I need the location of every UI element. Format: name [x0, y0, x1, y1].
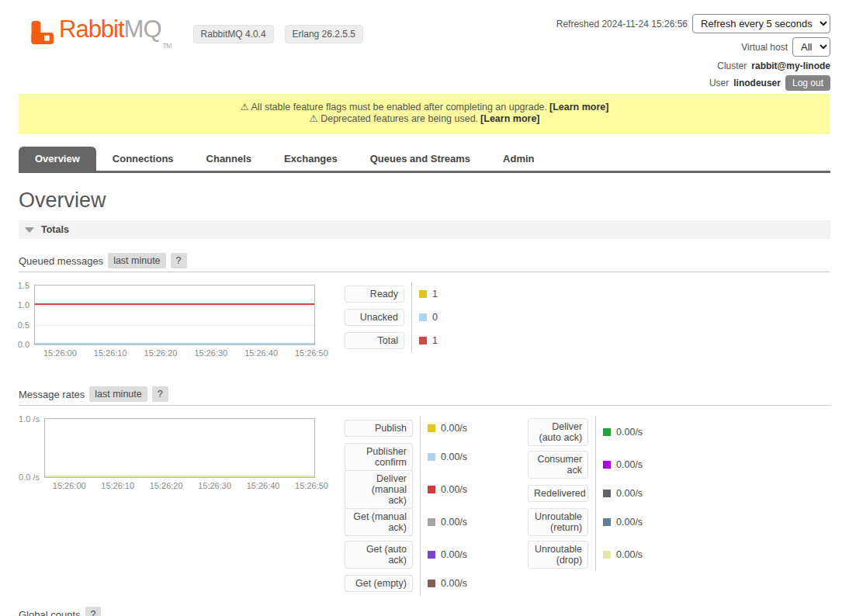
legend-label-get-empty: Get (empty) — [345, 575, 413, 592]
refreshed-timestamp: Refreshed 2024-11-24 15:26:56 — [556, 19, 688, 29]
x-axis-tick-label: 15:26:20 — [144, 348, 178, 358]
rabbitmq-version-badge: RabbitMQ 4.0.4 — [193, 25, 274, 43]
global-counts-header: Global counts ? — [19, 607, 830, 616]
totals-section-toggle[interactable]: Totals — [19, 220, 830, 239]
brand-mq: MQ — [124, 16, 161, 43]
legend-value-deliver-manual-ack: 0.00/s — [441, 484, 467, 495]
legend-value-deliver-auto-ack: 0.00/s — [616, 427, 643, 438]
global-counts-help-icon[interactable]: ? — [85, 607, 102, 616]
queued-messages-help-icon[interactable]: ? — [171, 253, 187, 268]
user-name: linodeuser — [733, 78, 781, 88]
legend-value-publisher-confirm: 0.00/s — [441, 452, 467, 462]
legend-label-redelivered: Redelivered — [528, 485, 588, 502]
message-rates-chart-row: 1.0 /s0.0 /s15:26:0015:26:1015:26:2015:2… — [19, 418, 830, 596]
virtual-host-select[interactable]: All — [792, 37, 830, 57]
legend-value-ready: 1 — [432, 289, 438, 299]
legend-label-get-manual-ack: Get (manual ack) — [345, 508, 413, 536]
logout-button[interactable]: Log out — [785, 75, 830, 91]
learn-more-link-2[interactable]: [Learn more] — [480, 113, 539, 124]
tab-queues-and-streams[interactable]: Queues and Streams — [354, 147, 487, 171]
refresh-interval-select[interactable]: Refresh every 5 seconds — [692, 14, 830, 33]
x-axis-tick-label: 15:26:40 — [244, 348, 278, 358]
legend-swatch-ready — [419, 290, 427, 298]
legend-swatch-unacked — [419, 313, 427, 321]
y-axis-tick-label: 1.0 — [18, 300, 29, 310]
legend-label-ready: Ready — [345, 286, 404, 303]
warning-line-1: ⚠ All stable feature flags must be enabl… — [19, 102, 830, 113]
warning-text-1: ⚠ All stable feature flags must be enabl… — [241, 102, 547, 112]
warning-line-2: ⚠ Deprecated features are being used.[Le… — [19, 113, 830, 125]
legend-swatch-consumer-ack — [603, 461, 611, 469]
version-badges: RabbitMQ 4.0.4 Erlang 26.2.5.5 — [193, 25, 363, 43]
page-title: Overview — [19, 189, 830, 213]
y-axis-tick-label: 0.0 — [18, 340, 29, 349]
legend-swatch-total — [419, 337, 427, 344]
legend-swatch-redelivered — [603, 490, 611, 497]
tab-channels[interactable]: Channels — [190, 147, 269, 171]
y-axis-tick-label: 0.5 — [18, 320, 29, 330]
tab-connections[interactable]: Connections — [96, 147, 190, 171]
legend-value-redelivered: 0.00/s — [616, 488, 643, 499]
message-rates-legend-right: Deliver (auto ack) Consumer ack Redelive… — [528, 416, 643, 571]
legend-value-publish: 0.00/s — [441, 423, 467, 434]
erlang-version-badge: Erlang 26.2.5.5 — [285, 25, 363, 43]
cluster-name: rabbit@my-linode — [751, 61, 830, 71]
x-axis-tick-label: 15:26:50 — [295, 348, 328, 358]
x-axis-tick-label: 15:26:20 — [150, 481, 183, 490]
brand-text: RabbitMQTM — [59, 16, 172, 50]
x-axis-tick-label: 15:26:40 — [247, 481, 280, 490]
learn-more-link-1[interactable]: [Learn more] — [549, 102, 608, 112]
tab-overview[interactable]: Overview — [19, 147, 96, 171]
queued-messages-title: Queued messages — [19, 255, 103, 267]
legend-swatch-get-empty — [428, 580, 435, 587]
legend-label-deliver-manual-ack: Deliver (manual ack) — [345, 470, 413, 509]
message-rates-title: Message rates — [19, 389, 85, 400]
rabbitmq-logo: RabbitMQTM — [28, 16, 172, 50]
message-rates-period-badge[interactable]: last minute — [89, 386, 147, 402]
series-line-unacked — [35, 343, 314, 344]
queued-messages-chart: 1.51.00.50.015:26:0015:26:1015:26:2015:2… — [34, 285, 315, 345]
brand-block: RabbitMQTM RabbitMQ 4.0.4 Erlang 26.2.5.… — [19, 8, 363, 91]
series-line-unroutable-drop- — [45, 476, 314, 477]
main-nav-tabs: Overview Connections Channels Exchanges … — [19, 147, 830, 173]
gridline — [35, 325, 314, 326]
message-rates-header: Message rates last minute ? — [19, 386, 830, 406]
x-axis-tick-label: 15:26:30 — [198, 481, 231, 490]
y-axis-tick-label: 1.5 — [18, 281, 29, 290]
queued-messages-header: Queued messages last minute ? — [19, 253, 830, 272]
legend-swatch-publish — [428, 424, 435, 432]
legend-swatch-publisher-confirm — [428, 453, 435, 461]
message-rates-help-icon[interactable]: ? — [152, 386, 168, 402]
queued-messages-period-badge[interactable]: last minute — [108, 253, 165, 268]
legend-label-consumer-ack: Consumer ack — [528, 451, 588, 479]
message-rates-legend-left: Publish Publisher confirm Deliver (manua… — [345, 416, 467, 596]
tab-exchanges[interactable]: Exchanges — [268, 147, 354, 171]
x-axis-tick-label: 15:26:00 — [43, 348, 77, 358]
rabbitmq-logo-icon — [28, 19, 56, 47]
legend-value-total: 1 — [432, 335, 438, 346]
series-line-total — [35, 303, 314, 305]
legend-label-deliver-auto-ack: Deliver (auto ack) — [528, 418, 588, 446]
tab-admin[interactable]: Admin — [487, 147, 550, 171]
legend-value-unroutable-return: 0.00/s — [616, 517, 643, 528]
global-counts-title: Global counts — [19, 609, 81, 616]
legend-value-get-auto-ack: 0.00/s — [441, 549, 467, 560]
message-rates-chart: 1.0 /s0.0 /s15:26:0015:26:1015:26:2015:2… — [44, 418, 315, 478]
queued-messages-chart-row: 1.51.00.50.015:26:0015:26:1015:26:2015:2… — [19, 285, 830, 352]
legend-swatch-unroutable-return — [603, 518, 611, 526]
legend-label-unroutable-return: Unroutable (return) — [528, 508, 588, 536]
legend-value-consumer-ack: 0.00/s — [616, 459, 643, 470]
user-label: User — [709, 78, 729, 88]
legend-label-unroutable-drop: Unroutable (drop) — [528, 541, 588, 569]
legend-swatch-unroutable-drop — [603, 551, 611, 559]
legend-swatch-deliver-auto-ack — [603, 428, 611, 436]
queued-messages-legend: Ready Unacked Total 1 0 1 — [345, 282, 438, 352]
legend-value-get-empty: 0.00/s — [441, 578, 467, 589]
x-axis-tick-label: 15:26:00 — [53, 481, 86, 490]
brand-tm: TM — [163, 42, 172, 50]
legend-label-publish: Publish — [345, 420, 413, 437]
legend-swatch-get-manual-ack — [428, 518, 435, 526]
header-right: Refreshed 2024-11-24 15:26:56 Refresh ev… — [556, 8, 830, 91]
x-axis-tick-label: 15:26:30 — [194, 348, 227, 358]
header: RabbitMQTM RabbitMQ 4.0.4 Erlang 26.2.5.… — [0, 0, 849, 91]
